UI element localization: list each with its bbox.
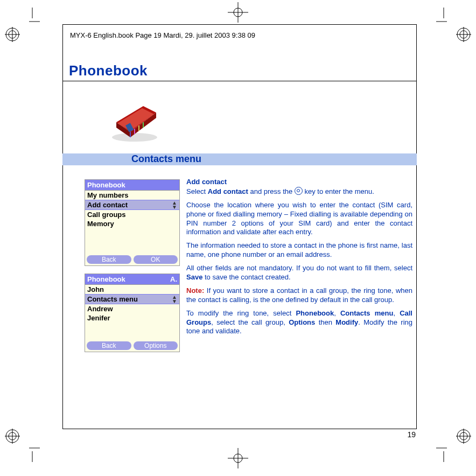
text: All other fields are not mandatory. If y… — [186, 264, 412, 272]
text: Select — [186, 187, 208, 195]
softkey-back: Back — [87, 255, 131, 264]
screen1-body: My numbers Add contact ▲▼ Call groups Me… — [85, 191, 179, 254]
content-text: Add contact Select Add contact and press… — [186, 178, 412, 340]
text: , — [334, 309, 340, 317]
softkey-options: Options — [134, 341, 178, 350]
screen2-item: John — [85, 285, 179, 294]
up-down-arrows-icon: ▲▼ — [172, 295, 177, 304]
crop-mark-icon — [25, 447, 40, 462]
text-bold: Options — [289, 318, 315, 326]
screen1-softkeys: Back OK — [85, 254, 179, 265]
navigation-key-icon — [295, 187, 303, 195]
screen1-item-selected: Add contact ▲▼ — [85, 200, 179, 210]
registration-mark-icon — [5, 429, 20, 444]
body-p2: Choose the location where you wish to en… — [186, 201, 412, 237]
screen1-title: Phonebook — [87, 181, 125, 189]
text-bold: Save — [186, 273, 202, 281]
screen2-title-bar: Phonebook A. — [85, 274, 179, 285]
body-p6: To modify the ring tone, select Phoneboo… — [186, 309, 412, 337]
text-bold: Modify — [335, 318, 358, 326]
text: , — [393, 309, 400, 317]
text: then — [315, 318, 335, 326]
softkey-back: Back — [87, 341, 131, 350]
registration-mark-icon — [5, 27, 20, 42]
body-p3: The information needed to store a contac… — [186, 241, 412, 260]
text: If you want to store a contact in a call… — [186, 286, 412, 304]
svg-point-30 — [112, 133, 157, 142]
softkey-ok: OK — [134, 255, 178, 264]
body-p4: All other fields are not mandatory. If y… — [186, 264, 412, 282]
crop-mark-icon — [436, 8, 451, 23]
section-bar: Contacts menu — [62, 153, 417, 165]
text: key to enter the menu. — [303, 187, 374, 195]
screen2-item: Andrew — [85, 304, 179, 313]
phone-screen-phonebook-menu: Phonebook My numbers Add contact ▲▼ Call… — [85, 179, 180, 266]
section-title: Contacts menu — [131, 153, 201, 165]
screen1-item: Call groups — [85, 210, 179, 219]
crop-mark-icon — [436, 447, 451, 462]
registration-mark-icon — [456, 27, 471, 42]
screen2-item-label: Contacts menu — [87, 295, 138, 303]
text-bold: Phonebook — [296, 309, 334, 317]
phone-screen-contacts-list: Phonebook A. John Contacts menu ▲▼ Andre… — [85, 274, 180, 352]
screen2-softkeys: Back Options — [85, 340, 179, 352]
text: to save the contact created. — [202, 273, 290, 281]
screen1-item: My numbers — [85, 191, 179, 200]
text: and press the — [248, 187, 295, 195]
text-bold: Contacts menu — [340, 309, 393, 317]
title-rule — [62, 81, 417, 81]
page-header-text: MYX-6 English.book Page 19 Mardi, 29. ju… — [70, 31, 255, 39]
screen2-title-left: Phonebook — [87, 275, 125, 283]
phonebook-illustration-icon — [107, 90, 163, 144]
screen2-item-selected: Contacts menu ▲▼ — [85, 294, 179, 304]
center-mark-icon — [228, 2, 248, 23]
page-title: Phonebook — [69, 62, 148, 79]
note-label: Note: — [186, 286, 204, 295]
text: To modify the ring tone, select — [186, 309, 296, 317]
registration-mark-icon — [456, 429, 471, 444]
screen1-item: Memory — [85, 219, 179, 228]
screen1-title-bar: Phonebook — [85, 180, 179, 191]
crop-mark-icon — [25, 8, 40, 23]
screen2-body: John Contacts menu ▲▼ Andrew Jenifer — [85, 285, 179, 340]
page-number: 19 — [407, 430, 416, 439]
up-down-arrows-icon: ▲▼ — [172, 201, 177, 209]
text: , select the call group, — [211, 318, 289, 326]
center-mark-icon — [228, 448, 248, 468]
screen2-title-right: A. — [170, 275, 177, 283]
screen2-item: Jenifer — [85, 313, 179, 323]
body-p1: Select Add contact and press the key to … — [186, 187, 412, 197]
text-bold: Add contact — [208, 187, 248, 195]
screen1-item-label: Add contact — [87, 201, 128, 209]
body-heading: Add contact — [186, 178, 412, 187]
body-note: Note: If you want to store a contact in … — [186, 286, 412, 305]
